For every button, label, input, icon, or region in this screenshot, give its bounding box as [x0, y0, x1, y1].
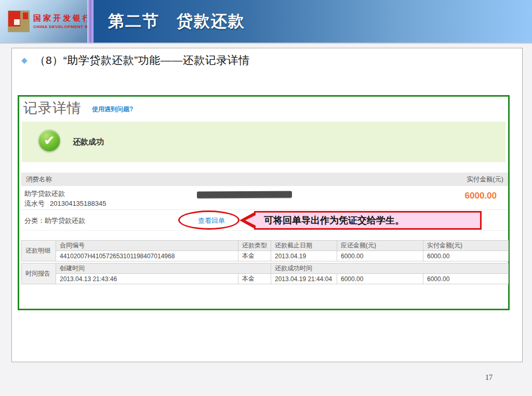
col-header-contract-number: 合同编号 [56, 241, 238, 251]
cell-amount-paid: 6000.00 [423, 251, 509, 261]
time-report-table: 时间报告 创建时间 还款成功时间 2013.04.13 21:43:46 本金 … [21, 263, 509, 284]
section-label-repayment-detail: 还款明细 [22, 241, 56, 261]
serial-number-line: 流水号201304135188345 [24, 199, 106, 208]
repayment-detail-table: 还款明细 合同编号 还款类型 还款截止日期 应还金额(元) 实付金额(元) 44… [21, 240, 509, 261]
section-label-time-report: 时间报告 [22, 263, 56, 284]
col-header-created-time: 创建时间 [56, 263, 271, 274]
summary-header-amount: 实付金额(元) [467, 175, 503, 184]
slide-title: 第二节 贷款还款 [108, 10, 245, 32]
cell-amount-due: 6000.00 [337, 251, 423, 261]
cell-time-repayment-type: 本金 [238, 274, 271, 284]
slide-content-area: ◆ （8）“助学贷款还款”功能——还款记录详情 记录详情 使用遇到问题? ✔ 还… [11, 48, 523, 362]
bullet-diamond-icon: ◆ [21, 56, 28, 65]
serial-number-label: 流水号 [24, 200, 45, 207]
success-check-icon: ✔ [38, 129, 60, 151]
paid-amount-value: 6000.00 [465, 191, 497, 201]
redacted-account-info [197, 191, 292, 199]
cell-time-amount-paid: 6000.00 [423, 274, 509, 284]
cell-time-amount-due: 6000.00 [337, 274, 423, 284]
callout-text: 可将回单导出作为凭证交给学生。 [264, 215, 404, 226]
col-header-repayment-type: 还款类型 [238, 241, 271, 251]
transaction-name: 助学贷款还款 [24, 189, 65, 199]
summary-row: 助学贷款还款 流水号201304135188345 6000.00 [21, 186, 508, 210]
screenshot-frame: 记录详情 使用遇到问题? ✔ 还款成功 消费名称 实付金额(元) 助学贷款还款 … [18, 95, 510, 310]
cell-contract-number: 44102007H410572653101198407014968 [56, 251, 238, 261]
status-text: 还款成功 [73, 137, 104, 147]
time-report-data-row: 2013.04.13 21:43:46 本金 2013.04.19 21:44:… [22, 274, 509, 284]
col-header-success-time: 还款成功时间 [271, 263, 509, 274]
cell-repayment-type: 本金 [238, 251, 271, 261]
callout-arrow-fill [245, 215, 257, 226]
view-receipt-link[interactable]: 查看回单 [198, 216, 225, 226]
repayment-detail-data-row: 44102007H410572653101198407014968 本金 201… [22, 251, 509, 261]
summary-header-name: 消费名称 [26, 175, 52, 184]
bullet-heading-text: （8）“助学贷款还款”功能——还款记录详情 [35, 53, 250, 68]
col-header-due-date: 还款截止日期 [271, 241, 337, 251]
help-link[interactable]: 使用遇到问题? [92, 105, 133, 114]
col-header-amount-due: 应还金额(元) [337, 241, 423, 251]
cell-due-date: 2013.04.19 [271, 251, 337, 261]
serial-number-value: 201304135188345 [50, 200, 106, 207]
record-detail-title: 记录详情 [23, 99, 82, 117]
summary-header-row: 消费名称 实付金额(元) [21, 173, 508, 186]
time-report-header-row: 时间报告 创建时间 还款成功时间 [22, 263, 509, 274]
annotation-callout: 可将回单导出作为凭证交给学生。 [254, 211, 482, 230]
slide-header: 国家开发银行 CHINA DEVELOPMENT BANK 第二节 贷款还款 [0, 0, 532, 44]
cell-created-time: 2013.04.13 21:43:46 [56, 274, 238, 284]
header-divider-stripe [87, 0, 94, 43]
page-number: 17 [481, 374, 497, 382]
bank-logo: 国家开发银行 CHINA DEVELOPMENT BANK [0, 0, 87, 43]
category-label: 分类：助学贷款还款 [24, 216, 85, 226]
repayment-detail-header-row: 还款明细 合同编号 还款类型 还款截止日期 应还金额(元) 实付金额(元) [22, 241, 509, 251]
col-header-amount-paid: 实付金额(元) [423, 241, 509, 251]
header-title-band: 第二节 贷款还款 [94, 0, 532, 43]
bank-logo-icon [8, 11, 29, 32]
status-banner: ✔ 还款成功 [22, 122, 506, 162]
bullet-heading: ◆ （8）“助学贷款还款”功能——还款记录详情 [21, 53, 250, 68]
cell-success-time: 2013.04.19 21:44:04 [271, 274, 337, 284]
